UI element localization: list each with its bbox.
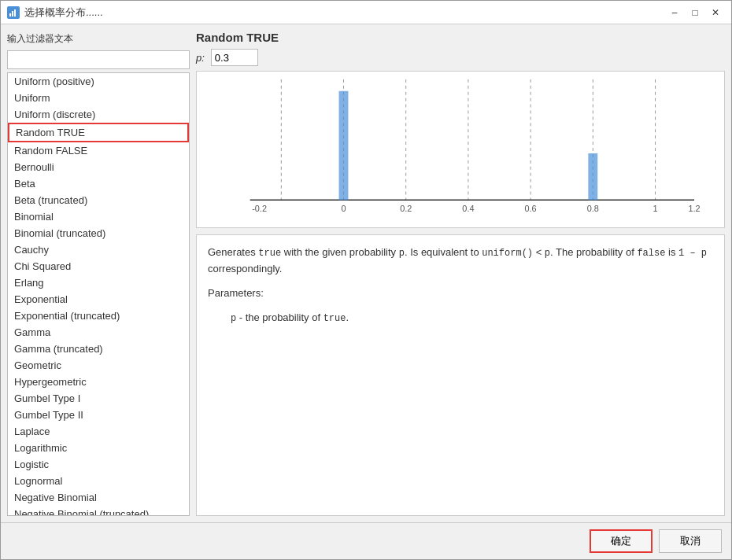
list-item[interactable]: Erlang bbox=[8, 274, 189, 291]
param-value-input[interactable] bbox=[211, 49, 258, 66]
close-button[interactable]: ✕ bbox=[706, 5, 725, 20]
svg-text:0.4: 0.4 bbox=[462, 204, 474, 213]
list-item[interactable]: Negative Binomial (truncated) bbox=[8, 506, 189, 516]
param-label: p: bbox=[196, 52, 205, 64]
left-panel: 输入过滤器文本 Uniform (positive)UniformUniform… bbox=[7, 31, 190, 516]
desc-line-1: Generates true with the given probabilit… bbox=[208, 245, 713, 278]
list-item[interactable]: Random FALSE bbox=[8, 142, 189, 159]
list-item[interactable]: Gamma bbox=[8, 324, 189, 341]
top-right: Random TRUE p: bbox=[196, 31, 725, 228]
right-panel: Random TRUE p: bbox=[196, 31, 725, 516]
footer: 确定 取消 bbox=[1, 522, 731, 559]
list-item[interactable]: Lognormal bbox=[8, 473, 189, 489]
list-item[interactable]: Gamma (truncated) bbox=[8, 341, 189, 357]
svg-text:0: 0 bbox=[341, 204, 346, 213]
description-box: Generates true with the given probabilit… bbox=[196, 234, 725, 516]
list-item[interactable]: Cauchy bbox=[8, 241, 189, 258]
svg-text:1.2: 1.2 bbox=[688, 204, 700, 213]
list-item[interactable]: Uniform (discrete) bbox=[8, 106, 189, 123]
list-item[interactable]: Chi Squared bbox=[8, 258, 189, 274]
confirm-button[interactable]: 确定 bbox=[590, 529, 653, 553]
list-item[interactable]: Exponential (truncated) bbox=[8, 308, 189, 324]
main-content: 输入过滤器文本 Uniform (positive)UniformUniform… bbox=[1, 24, 731, 522]
app-icon bbox=[7, 6, 20, 19]
list-item[interactable]: Binomial (truncated) bbox=[8, 225, 189, 241]
chart-area: -0.2 0 0.2 0.4 0.6 0.8 1 1.2 bbox=[196, 71, 725, 228]
list-item[interactable]: Gumbel Type II bbox=[8, 407, 189, 423]
minimize-button[interactable]: – bbox=[665, 5, 684, 20]
desc-params-title: Parameters: bbox=[208, 286, 713, 302]
svg-text:0.8: 0.8 bbox=[587, 204, 599, 213]
list-item[interactable]: Gumbel Type I bbox=[8, 390, 189, 407]
list-item[interactable]: Uniform (positive) bbox=[8, 73, 189, 90]
list-item[interactable]: Random TRUE bbox=[8, 123, 189, 142]
svg-rect-3 bbox=[219, 72, 702, 227]
svg-rect-13 bbox=[588, 153, 597, 200]
list-item[interactable]: Beta bbox=[8, 175, 189, 192]
list-item[interactable]: Negative Binomial bbox=[8, 489, 189, 506]
titlebar-left: 选择概率分布...... bbox=[7, 6, 103, 20]
main-window: 选择概率分布...... – □ ✕ 输入过滤器文本 Uniform (posi… bbox=[0, 0, 732, 560]
list-item[interactable]: Logarithmic bbox=[8, 440, 189, 456]
param-row: p: bbox=[196, 49, 725, 66]
filter-label: 输入过滤器文本 bbox=[7, 31, 190, 47]
distribution-title: Random TRUE bbox=[196, 31, 725, 44]
titlebar: 选择概率分布...... – □ ✕ bbox=[1, 1, 731, 24]
list-item[interactable]: Uniform bbox=[8, 90, 189, 106]
svg-text:0.2: 0.2 bbox=[400, 204, 412, 213]
window-controls: – □ ✕ bbox=[665, 5, 725, 20]
list-item[interactable]: Geometric bbox=[8, 357, 189, 374]
list-item[interactable]: Beta (truncated) bbox=[8, 192, 189, 208]
list-item[interactable]: Bernoulli bbox=[8, 159, 189, 175]
maximize-button[interactable]: □ bbox=[686, 5, 704, 20]
cancel-button[interactable]: 取消 bbox=[659, 529, 722, 553]
list-item[interactable]: Exponential bbox=[8, 291, 189, 308]
filter-input[interactable] bbox=[7, 50, 190, 69]
list-item[interactable]: Laplace bbox=[8, 423, 189, 440]
svg-text:0.6: 0.6 bbox=[525, 204, 537, 213]
svg-rect-2 bbox=[14, 9, 16, 17]
svg-rect-1 bbox=[12, 11, 13, 17]
svg-rect-12 bbox=[339, 91, 349, 201]
distribution-chart: -0.2 0 0.2 0.4 0.6 0.8 1 1.2 bbox=[197, 72, 724, 227]
list-item[interactable]: Binomial bbox=[8, 208, 189, 225]
desc-params-detail: p - the probability of true. bbox=[208, 310, 713, 326]
list-item[interactable]: Logistic bbox=[8, 456, 189, 473]
list-item[interactable]: Hypergeometric bbox=[8, 374, 189, 390]
svg-text:1: 1 bbox=[653, 204, 657, 213]
distribution-list[interactable]: Uniform (positive)UniformUniform (discre… bbox=[7, 72, 190, 516]
svg-text:-0.2: -0.2 bbox=[252, 204, 267, 213]
svg-rect-0 bbox=[9, 13, 11, 17]
window-title: 选择概率分布...... bbox=[24, 6, 103, 20]
